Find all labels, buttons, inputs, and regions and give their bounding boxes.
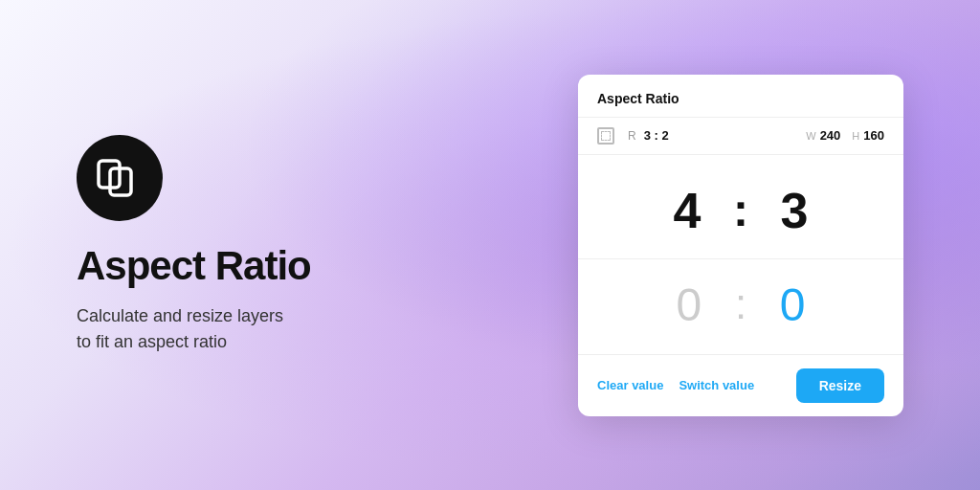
card-title: Aspect Ratio [597, 91, 679, 106]
clear-value-button[interactable]: Clear value [597, 378, 663, 392]
app-title: Aspect Ratio [77, 244, 578, 288]
toolbar-h-label: H [852, 130, 859, 142]
toolbar-dimensions: W 240 H 160 [806, 128, 884, 143]
input-row: 0 : 0 [578, 259, 903, 355]
input-numerator[interactable]: 0 [651, 278, 727, 331]
toolbar-r-label: R [628, 129, 636, 143]
ratio-frame-icon [597, 127, 614, 145]
ratio-display: 4 : 3 [578, 155, 903, 259]
input-colon: : [727, 280, 754, 328]
toolbar-w-label: W [806, 130, 815, 142]
resize-button[interactable]: Resize [796, 368, 884, 403]
app-subtitle: Calculate and resize layersto fit an asp… [77, 303, 383, 355]
input-denominator[interactable]: 0 [754, 278, 831, 331]
toolbar-height: 160 [863, 128, 884, 143]
logo-circle [77, 135, 163, 221]
page-content: Aspect Ratio Calculate and resize layers… [0, 0, 980, 490]
logo-icon [95, 153, 145, 203]
card-header: Aspect Ratio [578, 75, 903, 118]
toolbar-width: 240 [820, 128, 841, 143]
ratio-colon: : [725, 184, 756, 236]
toolbar-ratio-value: 3 : 2 [644, 128, 669, 143]
right-section: Aspect Ratio R 3 : 2 W 240 H 160 4 : [578, 75, 903, 416]
left-section: Aspect Ratio Calculate and resize layers… [77, 135, 578, 355]
card-actions: Clear value Switch value Resize [578, 355, 903, 416]
switch-value-button[interactable]: Switch value [679, 378, 754, 392]
ratio-numerator: 4 [649, 182, 725, 239]
plugin-card: Aspect Ratio R 3 : 2 W 240 H 160 4 : [578, 75, 903, 416]
ratio-denominator: 3 [756, 182, 833, 239]
card-toolbar: R 3 : 2 W 240 H 160 [578, 118, 903, 155]
